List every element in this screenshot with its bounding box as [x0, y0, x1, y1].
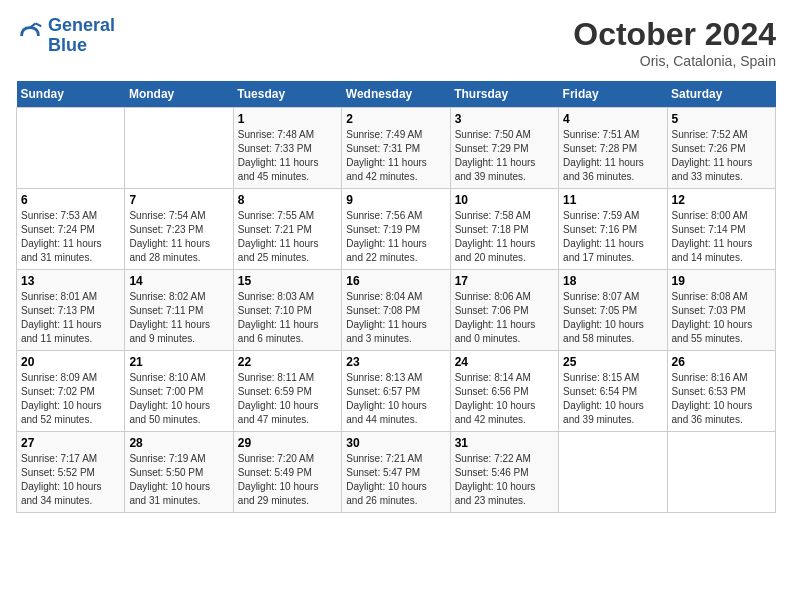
week-row-5: 27Sunrise: 7:17 AM Sunset: 5:52 PM Dayli… [17, 432, 776, 513]
day-info: Sunrise: 8:15 AM Sunset: 6:54 PM Dayligh… [563, 371, 662, 427]
day-info: Sunrise: 8:14 AM Sunset: 6:56 PM Dayligh… [455, 371, 554, 427]
day-number: 27 [21, 436, 120, 450]
day-cell: 2Sunrise: 7:49 AM Sunset: 7:31 PM Daylig… [342, 108, 450, 189]
day-cell: 6Sunrise: 7:53 AM Sunset: 7:24 PM Daylig… [17, 189, 125, 270]
calendar-header-row: SundayMondayTuesdayWednesdayThursdayFrid… [17, 81, 776, 108]
day-cell: 10Sunrise: 7:58 AM Sunset: 7:18 PM Dayli… [450, 189, 558, 270]
day-info: Sunrise: 8:01 AM Sunset: 7:13 PM Dayligh… [21, 290, 120, 346]
day-number: 22 [238, 355, 337, 369]
day-cell: 22Sunrise: 8:11 AM Sunset: 6:59 PM Dayli… [233, 351, 341, 432]
column-header-monday: Monday [125, 81, 233, 108]
day-info: Sunrise: 7:55 AM Sunset: 7:21 PM Dayligh… [238, 209, 337, 265]
day-number: 6 [21, 193, 120, 207]
day-cell: 23Sunrise: 8:13 AM Sunset: 6:57 PM Dayli… [342, 351, 450, 432]
day-cell: 11Sunrise: 7:59 AM Sunset: 7:16 PM Dayli… [559, 189, 667, 270]
day-cell: 1Sunrise: 7:48 AM Sunset: 7:33 PM Daylig… [233, 108, 341, 189]
day-info: Sunrise: 7:51 AM Sunset: 7:28 PM Dayligh… [563, 128, 662, 184]
day-cell: 8Sunrise: 7:55 AM Sunset: 7:21 PM Daylig… [233, 189, 341, 270]
day-number: 26 [672, 355, 771, 369]
day-number: 23 [346, 355, 445, 369]
column-header-wednesday: Wednesday [342, 81, 450, 108]
day-info: Sunrise: 7:19 AM Sunset: 5:50 PM Dayligh… [129, 452, 228, 508]
subtitle: Oris, Catalonia, Spain [573, 53, 776, 69]
day-info: Sunrise: 8:13 AM Sunset: 6:57 PM Dayligh… [346, 371, 445, 427]
day-info: Sunrise: 7:22 AM Sunset: 5:46 PM Dayligh… [455, 452, 554, 508]
day-cell: 15Sunrise: 8:03 AM Sunset: 7:10 PM Dayli… [233, 270, 341, 351]
day-cell: 17Sunrise: 8:06 AM Sunset: 7:06 PM Dayli… [450, 270, 558, 351]
day-cell: 5Sunrise: 7:52 AM Sunset: 7:26 PM Daylig… [667, 108, 775, 189]
day-number: 1 [238, 112, 337, 126]
day-info: Sunrise: 7:58 AM Sunset: 7:18 PM Dayligh… [455, 209, 554, 265]
day-cell: 30Sunrise: 7:21 AM Sunset: 5:47 PM Dayli… [342, 432, 450, 513]
day-info: Sunrise: 8:07 AM Sunset: 7:05 PM Dayligh… [563, 290, 662, 346]
day-cell: 14Sunrise: 8:02 AM Sunset: 7:11 PM Dayli… [125, 270, 233, 351]
day-number: 11 [563, 193, 662, 207]
logo-icon [16, 22, 44, 50]
day-info: Sunrise: 7:48 AM Sunset: 7:33 PM Dayligh… [238, 128, 337, 184]
day-number: 12 [672, 193, 771, 207]
day-number: 25 [563, 355, 662, 369]
day-info: Sunrise: 8:06 AM Sunset: 7:06 PM Dayligh… [455, 290, 554, 346]
day-cell: 7Sunrise: 7:54 AM Sunset: 7:23 PM Daylig… [125, 189, 233, 270]
day-cell: 12Sunrise: 8:00 AM Sunset: 7:14 PM Dayli… [667, 189, 775, 270]
day-number: 15 [238, 274, 337, 288]
day-number: 21 [129, 355, 228, 369]
day-number: 14 [129, 274, 228, 288]
day-number: 24 [455, 355, 554, 369]
day-cell: 26Sunrise: 8:16 AM Sunset: 6:53 PM Dayli… [667, 351, 775, 432]
calendar-table: SundayMondayTuesdayWednesdayThursdayFrid… [16, 81, 776, 513]
day-cell: 20Sunrise: 8:09 AM Sunset: 7:02 PM Dayli… [17, 351, 125, 432]
day-cell [559, 432, 667, 513]
day-info: Sunrise: 8:00 AM Sunset: 7:14 PM Dayligh… [672, 209, 771, 265]
day-cell: 31Sunrise: 7:22 AM Sunset: 5:46 PM Dayli… [450, 432, 558, 513]
day-number: 7 [129, 193, 228, 207]
day-number: 16 [346, 274, 445, 288]
day-number: 18 [563, 274, 662, 288]
day-cell: 18Sunrise: 8:07 AM Sunset: 7:05 PM Dayli… [559, 270, 667, 351]
day-cell: 9Sunrise: 7:56 AM Sunset: 7:19 PM Daylig… [342, 189, 450, 270]
day-info: Sunrise: 7:21 AM Sunset: 5:47 PM Dayligh… [346, 452, 445, 508]
day-number: 31 [455, 436, 554, 450]
day-number: 19 [672, 274, 771, 288]
week-row-2: 6Sunrise: 7:53 AM Sunset: 7:24 PM Daylig… [17, 189, 776, 270]
day-info: Sunrise: 8:03 AM Sunset: 7:10 PM Dayligh… [238, 290, 337, 346]
day-info: Sunrise: 7:53 AM Sunset: 7:24 PM Dayligh… [21, 209, 120, 265]
day-cell: 16Sunrise: 8:04 AM Sunset: 7:08 PM Dayli… [342, 270, 450, 351]
week-row-3: 13Sunrise: 8:01 AM Sunset: 7:13 PM Dayli… [17, 270, 776, 351]
day-cell: 21Sunrise: 8:10 AM Sunset: 7:00 PM Dayli… [125, 351, 233, 432]
day-cell: 19Sunrise: 8:08 AM Sunset: 7:03 PM Dayli… [667, 270, 775, 351]
day-number: 10 [455, 193, 554, 207]
day-number: 30 [346, 436, 445, 450]
main-title: October 2024 [573, 16, 776, 53]
week-row-1: 1Sunrise: 7:48 AM Sunset: 7:33 PM Daylig… [17, 108, 776, 189]
day-number: 9 [346, 193, 445, 207]
day-number: 8 [238, 193, 337, 207]
day-info: Sunrise: 8:08 AM Sunset: 7:03 PM Dayligh… [672, 290, 771, 346]
day-cell: 13Sunrise: 8:01 AM Sunset: 7:13 PM Dayli… [17, 270, 125, 351]
day-number: 2 [346, 112, 445, 126]
day-info: Sunrise: 7:54 AM Sunset: 7:23 PM Dayligh… [129, 209, 228, 265]
logo-general: General [48, 15, 115, 35]
day-number: 17 [455, 274, 554, 288]
day-info: Sunrise: 8:11 AM Sunset: 6:59 PM Dayligh… [238, 371, 337, 427]
day-cell: 25Sunrise: 8:15 AM Sunset: 6:54 PM Dayli… [559, 351, 667, 432]
day-cell: 3Sunrise: 7:50 AM Sunset: 7:29 PM Daylig… [450, 108, 558, 189]
day-number: 5 [672, 112, 771, 126]
day-cell [125, 108, 233, 189]
day-info: Sunrise: 8:10 AM Sunset: 7:00 PM Dayligh… [129, 371, 228, 427]
day-info: Sunrise: 8:16 AM Sunset: 6:53 PM Dayligh… [672, 371, 771, 427]
day-info: Sunrise: 7:52 AM Sunset: 7:26 PM Dayligh… [672, 128, 771, 184]
day-number: 20 [21, 355, 120, 369]
column-header-sunday: Sunday [17, 81, 125, 108]
day-info: Sunrise: 7:56 AM Sunset: 7:19 PM Dayligh… [346, 209, 445, 265]
day-info: Sunrise: 8:02 AM Sunset: 7:11 PM Dayligh… [129, 290, 228, 346]
day-info: Sunrise: 7:17 AM Sunset: 5:52 PM Dayligh… [21, 452, 120, 508]
title-block: October 2024 Oris, Catalonia, Spain [573, 16, 776, 69]
day-cell [667, 432, 775, 513]
logo: General Blue [16, 16, 115, 56]
day-info: Sunrise: 7:59 AM Sunset: 7:16 PM Dayligh… [563, 209, 662, 265]
day-cell: 28Sunrise: 7:19 AM Sunset: 5:50 PM Dayli… [125, 432, 233, 513]
column-header-thursday: Thursday [450, 81, 558, 108]
logo-blue: Blue [48, 35, 87, 55]
day-info: Sunrise: 7:20 AM Sunset: 5:49 PM Dayligh… [238, 452, 337, 508]
